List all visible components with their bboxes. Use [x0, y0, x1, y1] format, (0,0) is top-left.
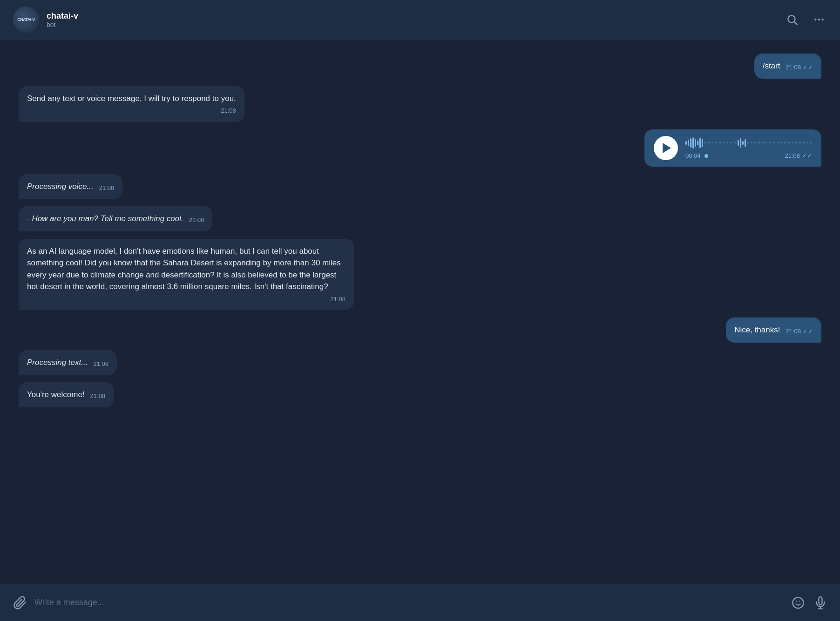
message-time: 21:08	[786, 63, 801, 72]
svg-point-5	[793, 597, 803, 608]
voice-bubble: 00:04 21:08 ✓✓	[644, 129, 821, 167]
message-row: Nice, thanks! 21:08 ✓✓	[19, 317, 821, 343]
message-meta: 21:08	[27, 106, 236, 115]
read-receipt: ✓✓	[802, 152, 812, 159]
bot-status: bot	[47, 21, 78, 28]
svg-point-2	[814, 19, 816, 20]
avatar: CHATAI-V	[13, 7, 39, 33]
message-text: Processing voice...	[27, 181, 94, 193]
message-time: 21:08	[786, 327, 801, 336]
message-text: Processing text...	[27, 357, 88, 369]
footer-right-actions	[792, 596, 827, 609]
bot-name: chatai-v	[47, 11, 78, 21]
message-time: 21:08	[221, 106, 236, 115]
message-time: 21:08	[93, 359, 108, 369]
message-time: 21:08	[785, 152, 800, 159]
message-text: - How are you man? Tell me something coo…	[27, 213, 183, 225]
message-meta: 21:08 ✓✓	[786, 327, 813, 336]
received-bubble: Processing text... 21:08	[19, 350, 117, 375]
header-actions	[784, 12, 827, 27]
received-bubble: Send any text or voice message, I will t…	[19, 86, 244, 122]
message-input[interactable]	[34, 598, 784, 608]
voice-meta: 00:04 21:08 ✓✓	[685, 152, 812, 159]
svg-line-1	[794, 22, 797, 24]
sent-bubble: Nice, thanks! 21:08 ✓✓	[726, 317, 821, 343]
message-meta: 21:08 ✓✓	[786, 63, 813, 72]
message-text: /start	[763, 60, 780, 72]
search-button[interactable]	[784, 12, 800, 27]
message-time: 21:08	[330, 295, 345, 304]
received-bubble: - How are you man? Tell me something coo…	[19, 206, 212, 231]
message-time: 21:08	[90, 392, 106, 401]
chat-area: /start 21:08 ✓✓ Send any text or voice m…	[0, 40, 840, 584]
chat-header: CHATAI-V chatai-v bot	[0, 0, 840, 40]
message-row: You're welcome! 21:08	[19, 382, 821, 407]
more-options-button[interactable]	[811, 12, 827, 27]
message-row: - How are you man? Tell me something coo…	[19, 206, 821, 231]
received-bubble: Processing voice... 21:08	[19, 174, 122, 199]
play-button[interactable]	[654, 136, 678, 160]
bot-info: chatai-v bot	[47, 11, 78, 28]
emoji-button[interactable]	[792, 596, 805, 609]
play-icon	[663, 143, 671, 153]
voice-duration: 00:04	[685, 152, 708, 159]
svg-point-4	[821, 19, 823, 20]
duration-text: 00:04	[685, 152, 701, 159]
message-row: Processing text... 21:08	[19, 350, 821, 375]
read-receipt: ✓✓	[803, 63, 813, 72]
message-row: Send any text or voice message, I will t…	[19, 86, 821, 122]
message-time: 21:08	[99, 183, 115, 193]
message-text: You're welcome!	[27, 389, 85, 401]
message-row: As an AI language model, I don't have em…	[19, 239, 821, 310]
message-meta: 21:08	[27, 295, 345, 304]
duration-dot	[705, 154, 708, 158]
microphone-button[interactable]	[814, 596, 827, 609]
attach-button[interactable]	[13, 596, 27, 610]
header-left: CHATAI-V chatai-v bot	[13, 7, 78, 33]
svg-point-3	[818, 19, 820, 20]
sent-bubble: /start 21:08 ✓✓	[754, 54, 821, 79]
received-bubble: You're welcome! 21:08	[19, 382, 114, 407]
message-text: Send any text or voice message, I will t…	[27, 94, 236, 103]
message-footer	[0, 584, 840, 621]
voice-info: 00:04 21:08 ✓✓	[685, 136, 812, 159]
message-text: As an AI language model, I don't have em…	[27, 247, 341, 291]
message-text: Nice, thanks!	[734, 324, 780, 336]
waveform	[685, 136, 812, 149]
message-time: 21:08	[189, 216, 204, 225]
message-row: /start 21:08 ✓✓	[19, 54, 821, 79]
voice-message-row: 00:04 21:08 ✓✓	[19, 129, 821, 167]
waveform-dotted	[704, 142, 737, 143]
read-receipt: ✓✓	[803, 327, 813, 336]
received-bubble: As an AI language model, I don't have em…	[19, 239, 354, 310]
svg-point-0	[788, 15, 795, 22]
message-row: Processing voice... 21:08	[19, 174, 821, 199]
